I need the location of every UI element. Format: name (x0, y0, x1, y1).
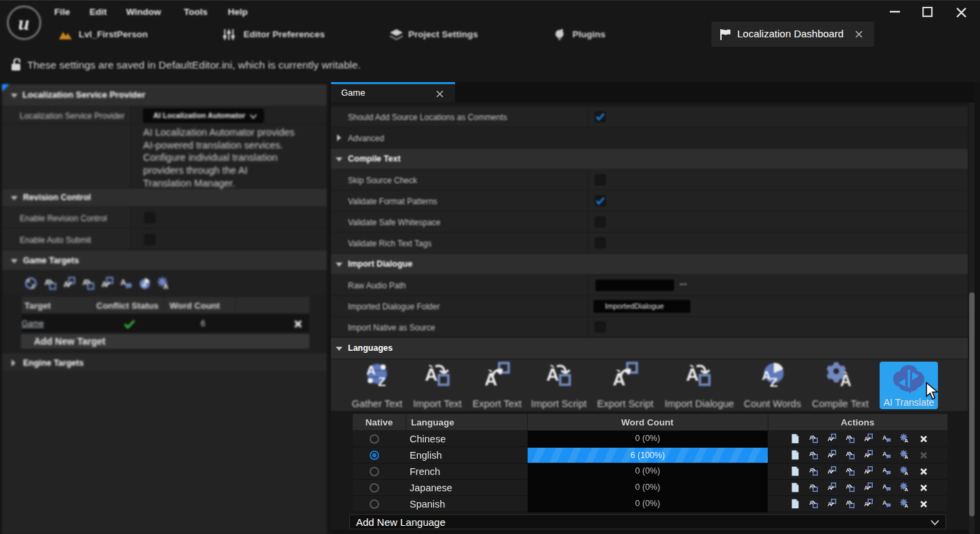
svg-text:A: A (905, 503, 909, 508)
svg-text:A: A (905, 470, 909, 476)
svg-text:A: A (905, 454, 909, 459)
svg-text:A: A (905, 487, 909, 492)
svg-text:A: A (142, 282, 146, 288)
svg-text:A: A (882, 434, 886, 441)
svg-text:A: A (366, 363, 376, 377)
svg-text:À: À (686, 364, 699, 385)
svg-text:A: A (882, 451, 886, 457)
svg-text:À: À (547, 364, 560, 385)
svg-text:À: À (840, 371, 852, 387)
svg-text:u: u (18, 12, 30, 34)
svg-text:A: A (882, 467, 886, 474)
svg-text:A: A (163, 282, 169, 290)
svg-text:À: À (425, 364, 438, 385)
svg-text:A: A (882, 499, 886, 506)
svg-text:Z: Z (31, 283, 35, 290)
svg-text:A: A (882, 483, 886, 490)
svg-text:Z: Z (770, 375, 778, 387)
svg-text:Z: Z (378, 375, 386, 387)
svg-text:A: A (26, 278, 31, 284)
svg-text:A: A (905, 438, 909, 443)
svg-text:A: A (121, 278, 127, 286)
